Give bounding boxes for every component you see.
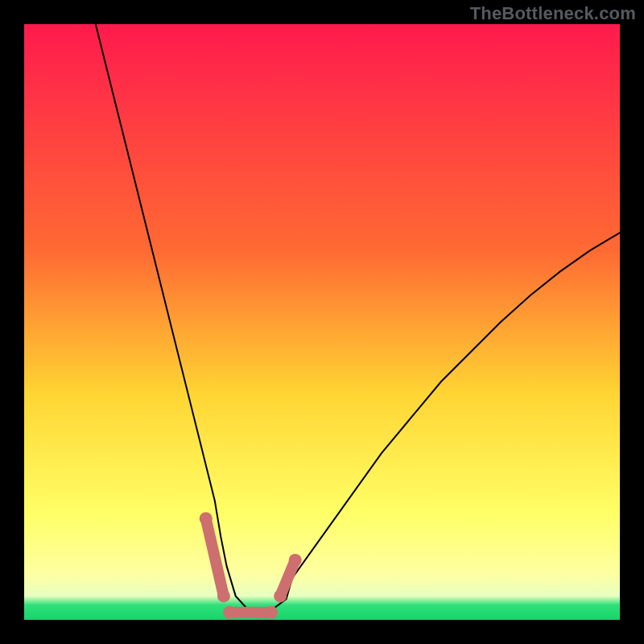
plot-area [24, 24, 620, 620]
chart-svg [24, 24, 620, 620]
gradient-background [24, 24, 620, 620]
marker-dot [274, 589, 287, 602]
marker-dot [223, 606, 236, 619]
marker-dot [217, 589, 230, 602]
chart-frame: TheBottleneck.com [0, 0, 644, 644]
marker-dot [265, 606, 278, 619]
marker-dot [289, 554, 302, 567]
attribution-label: TheBottleneck.com [470, 3, 636, 24]
marker-dot [200, 512, 213, 525]
